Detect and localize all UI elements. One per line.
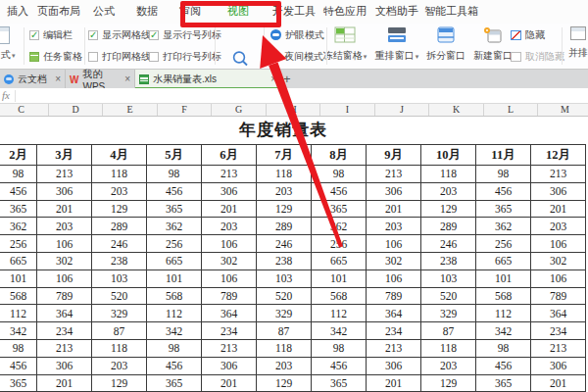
month-header-cell[interactable]: 9月 [367,145,421,166]
data-cell[interactable]: 256 [312,235,367,253]
data-cell[interactable]: 87 [257,322,312,340]
column-header-F[interactable]: F [158,104,213,116]
column-header-G[interactable]: G [212,104,267,116]
month-header-cell[interactable]: 6月 [202,145,257,166]
data-cell[interactable]: 520 [257,288,312,306]
data-cell[interactable]: 789 [202,288,257,306]
menu-tab-5[interactable]: 审阅 [179,4,201,19]
data-cell[interactable]: 246 [92,235,147,253]
view-mode-button[interactable]: 式▾ [0,24,24,69]
data-cell[interactable]: 98 [476,340,531,358]
data-cell[interactable]: 665 [312,253,367,270]
data-cell[interactable]: 365 [476,201,531,219]
data-cell[interactable]: 568 [476,288,531,306]
data-cell[interactable]: 129 [257,201,312,219]
toggle-显示行号列标[interactable]: ✓显示行号列标 [149,28,221,41]
toggle-打印行号列标[interactable]: 打印行号列标 [149,50,221,63]
data-cell[interactable]: 101 [0,270,37,288]
data-cell[interactable]: 789 [37,288,92,306]
data-cell[interactable]: 456 [147,183,202,201]
data-cell[interactable]: 213 [531,166,586,183]
data-cell[interactable]: 364 [37,305,92,322]
formula-input[interactable] [17,88,588,103]
data-cell[interactable]: 213 [202,166,257,183]
data-cell[interactable]: 106 [367,270,421,288]
data-cell[interactable]: 665 [0,253,37,270]
data-cell[interactable]: 456 [147,358,202,375]
data-cell[interactable]: 365 [312,201,367,219]
night-mode-button[interactable]: ☾ 夜间模式 [270,50,323,63]
data-cell[interactable]: 112 [0,305,37,322]
data-cell[interactable]: 365 [147,201,202,219]
data-cell[interactable]: 365 [312,375,367,392]
month-header-cell[interactable]: 12月 [531,145,586,166]
data-cell[interactable]: 306 [531,183,586,201]
column-header-M[interactable]: M [538,104,588,116]
data-cell[interactable]: 98 [147,340,202,358]
menu-tab-4[interactable]: 数据 [136,4,158,19]
data-cell[interactable]: 789 [531,288,586,306]
data-cell[interactable]: 246 [257,235,312,253]
拆分窗口-button[interactable]: 拆分窗口 [420,26,471,66]
data-cell[interactable]: 342 [0,322,37,340]
data-cell[interactable]: 112 [476,305,531,322]
data-cell[interactable]: 302 [367,253,421,270]
data-cell[interactable]: 456 [312,358,367,375]
data-cell[interactable]: 203 [257,358,312,375]
data-cell[interactable]: 364 [531,305,586,322]
toggle-任务窗格[interactable]: 任务窗格 [29,50,82,63]
data-cell[interactable]: 456 [0,183,37,201]
data-cell[interactable]: 118 [257,166,312,183]
data-cell[interactable]: 342 [147,322,202,340]
data-cell[interactable]: 234 [37,322,92,340]
data-cell[interactable]: 98 [0,166,37,183]
column-header-I[interactable]: I [320,104,375,116]
menu-tab-2[interactable]: 页面布局 [37,4,80,19]
data-cell[interactable]: 362 [476,218,531,235]
data-cell[interactable]: 456 [476,183,531,201]
toggle-显示网格线[interactable]: ✓显示网格线 [88,28,151,41]
data-cell[interactable]: 306 [202,183,257,201]
data-cell[interactable]: 106 [37,270,92,288]
data-cell[interactable]: 306 [37,183,92,201]
data-cell[interactable]: 364 [202,305,257,322]
data-cell[interactable]: 213 [367,340,421,358]
data-cell[interactable]: 203 [421,183,476,201]
data-cell[interactable]: 362 [147,218,202,235]
column-header-J[interactable]: J [375,104,430,116]
month-header-cell[interactable]: 3月 [37,145,92,166]
data-cell[interactable]: 234 [202,322,257,340]
menu-tab-3[interactable]: 公式 [93,4,115,19]
data-cell[interactable]: 789 [367,288,421,306]
data-cell[interactable]: 213 [367,166,421,183]
data-cell[interactable]: 568 [147,288,202,306]
data-cell[interactable]: 203 [257,183,312,201]
month-header-cell[interactable]: 11月 [476,145,531,166]
data-cell[interactable]: 103 [421,270,476,288]
data-cell[interactable]: 238 [257,253,312,270]
data-cell[interactable]: 201 [202,375,257,392]
data-cell[interactable]: 203 [92,358,147,375]
column-header-K[interactable]: K [429,104,484,116]
column-header-L[interactable]: L [484,104,539,116]
data-cell[interactable]: 456 [312,183,367,201]
menu-tab-8[interactable]: 特色应用 [323,4,367,19]
data-cell[interactable]: 456 [476,358,531,375]
data-cell[interactable]: 256 [476,235,531,253]
eye-protect-button[interactable]: 护眼模式 [270,28,324,41]
data-cell[interactable]: 129 [421,201,476,219]
data-cell[interactable]: 106 [367,235,421,253]
data-cell[interactable]: 118 [421,166,476,183]
data-cell[interactable]: 118 [257,340,312,358]
sheet-title-cell[interactable]: 年度销量表 [0,117,586,144]
data-cell[interactable]: 213 [531,340,586,358]
data-cell[interactable]: 106 [37,235,92,253]
data-cell[interactable]: 365 [147,375,202,392]
data-cell[interactable]: 234 [367,322,421,340]
data-cell[interactable]: 306 [367,358,421,375]
重排窗口-button[interactable]: 重排窗口▾ [371,26,422,66]
toggle-打印网格线[interactable]: 打印网格线 [88,50,151,63]
data-cell[interactable]: 101 [476,270,531,288]
month-header-cell[interactable]: 10月 [421,145,476,166]
data-cell[interactable]: 106 [202,270,257,288]
